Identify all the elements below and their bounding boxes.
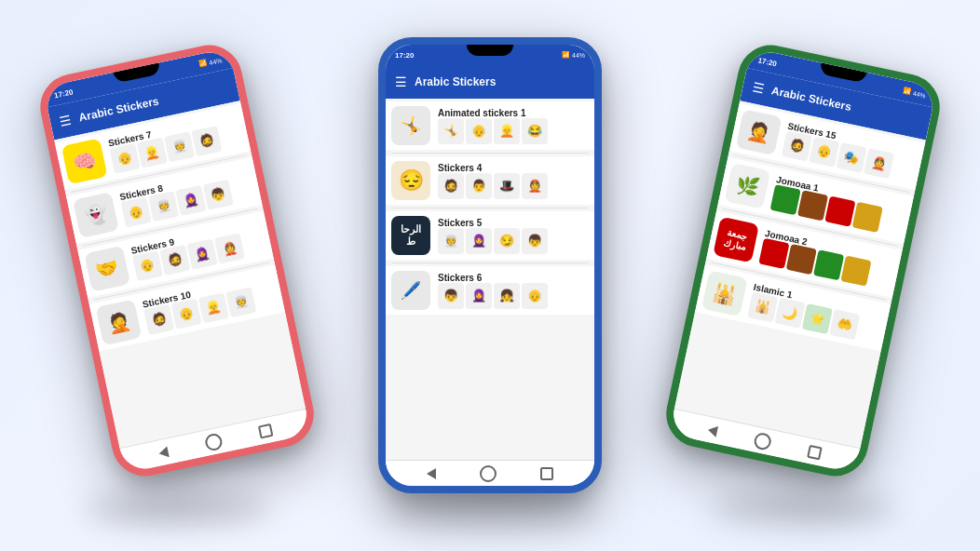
sticker-icon-6: 🖊️ [391, 271, 430, 310]
status-icons-center: 📶 44% [562, 51, 585, 59]
sticker-previews-5: 👳 🧕 😏 👦 [438, 228, 589, 254]
preview: ⭐ [802, 302, 833, 333]
hamburger-left[interactable]: ☰ [59, 112, 74, 128]
content-left: 🧠 Stickers 7 👴 👱 👳 🧔 👻 Stickers 8 [54, 101, 306, 448]
sticker-title-4: Stickers 4 [438, 163, 589, 173]
preview [797, 190, 828, 221]
status-icons-left: 📶 44% [198, 56, 223, 68]
preview [852, 201, 883, 232]
preview: 👦 [203, 179, 234, 209]
phone-center: 17:20 📶 44% ☰ Arabic Stickers 🤸 Animated… [378, 37, 602, 493]
preview: 👳 [148, 191, 179, 222]
sticker-icon-animated1: 🤸 [391, 106, 430, 145]
sticker-info-5: Stickers 5 👳 🧕 😏 👦 [434, 218, 589, 254]
content-right: 🤦 Stickers 15 🧔 👴 🎭 👲 🌿 Jomoaa 1 [674, 101, 926, 448]
preview: 👴 [132, 250, 163, 281]
sticker-info-4: Stickers 4 🧔 👨 🎩 👲 [434, 163, 589, 199]
notch-left [113, 62, 160, 83]
preview: 👴 [109, 142, 140, 173]
sticker-row-animated1[interactable]: 🤸 Animated stickers 1 🤸 👴 👱 😂 [386, 101, 594, 150]
preview [786, 244, 817, 275]
sticker-icon-15: 🤦 [736, 109, 783, 155]
sticker-title-5: Stickers 5 [438, 218, 589, 228]
hamburger-center[interactable]: ☰ [395, 74, 407, 89]
sticker-icon-islamic1: 🕌 [701, 270, 748, 316]
back-btn-center[interactable] [427, 468, 436, 479]
time-right: 17:20 [757, 56, 778, 68]
sticker-title-6: Stickers 6 [438, 273, 589, 283]
home-btn-right[interactable] [753, 431, 772, 450]
preview [758, 237, 789, 268]
preview: 👳 [438, 228, 464, 254]
shadow-left [84, 495, 270, 523]
sticker-info-6: Stickers 6 👦 🧕 👧 👴 [434, 273, 589, 309]
back-btn-right[interactable] [707, 423, 718, 437]
time-center: 17:20 [395, 51, 414, 60]
preview: 🤸 [438, 118, 464, 144]
preview: 😏 [494, 228, 520, 254]
sticker-info-animated1: Animated stickers 1 🤸 👴 👱 😂 [434, 108, 589, 144]
preview: 🧕 [466, 283, 492, 309]
recent-btn-left[interactable] [257, 423, 273, 438]
preview: 👨 [466, 173, 492, 199]
preview [824, 195, 855, 226]
preview: 👴 [466, 118, 492, 144]
preview: 🧕 [186, 238, 217, 269]
preview: 🧔 [191, 125, 222, 155]
preview: 👴 [170, 298, 201, 329]
preview: 🤲 [829, 309, 860, 340]
preview: 👱 [494, 118, 520, 144]
content-center: 🤸 Animated stickers 1 🤸 👴 👱 😂 😔 Stickers… [386, 99, 594, 460]
preview: 👱 [137, 137, 168, 168]
sticker-icon-10: 🤦 [96, 300, 143, 346]
home-btn-center[interactable] [480, 465, 497, 482]
notch-center [467, 45, 513, 56]
sticker-row-6[interactable]: 🖊️ Stickers 6 👦 🧕 👧 👴 [386, 266, 594, 315]
preview [813, 249, 844, 280]
preview: 🎩 [494, 173, 520, 199]
preview: 😂 [522, 118, 548, 144]
sticker-icon-jomoaa2: جمعةمبارك [713, 217, 759, 263]
sticker-icon-8: 👻 [73, 192, 119, 238]
sticker-row-5[interactable]: الرحاط Stickers 5 👳 🧕 😏 👦 [386, 211, 594, 260]
preview: 🧔 [438, 173, 464, 199]
preview [770, 184, 801, 215]
back-btn-left[interactable] [158, 446, 170, 459]
preview: 👦 [438, 283, 464, 309]
divider [391, 208, 589, 208]
preview: 🧕 [466, 228, 492, 254]
sticker-icon-4: 😔 [391, 161, 430, 200]
app-bar-center: ☰ Arabic Stickers [386, 65, 594, 99]
preview: 👲 [214, 233, 245, 263]
sticker-previews-animated1: 🤸 👴 👱 😂 [438, 118, 589, 144]
phones-container: 17:20 📶 44% ☰ Arabic Stickers 🧠 Stickers… [0, 0, 980, 551]
status-bar-center: 17:20 📶 44% [386, 45, 594, 65]
phone-right: 17:20 📶 44% ☰ Arabic Stickers 🤦 Stickers… [660, 39, 946, 482]
divider [391, 153, 589, 154]
preview: 🧕 [175, 184, 206, 215]
home-btn-left[interactable] [204, 432, 224, 451]
preview: 👴 [121, 196, 152, 227]
preview: 🕌 [747, 291, 778, 322]
sticker-previews-4: 🧔 👨 🎩 👲 [438, 173, 589, 199]
sticker-title-animated1: Animated stickers 1 [438, 108, 589, 118]
preview: 👴 [809, 136, 839, 167]
recent-btn-center[interactable] [540, 467, 553, 480]
status-icons-right: 📶 44% [902, 87, 926, 99]
hamburger-right[interactable]: ☰ [751, 79, 766, 96]
divider [391, 262, 589, 263]
preview [840, 255, 871, 286]
preview: 👱 [198, 292, 229, 323]
phone-left: 17:20 📶 44% ☰ Arabic Stickers 🧠 Stickers… [34, 39, 320, 482]
bottom-nav-center [386, 460, 594, 486]
recent-btn-right[interactable] [807, 444, 823, 460]
preview: 👧 [494, 283, 520, 309]
preview: 🧔 [143, 303, 174, 334]
preview: 👳 [225, 287, 256, 317]
sticker-row-4[interactable]: 😔 Stickers 4 🧔 👨 🎩 👲 [386, 156, 594, 205]
preview: 👦 [522, 228, 548, 254]
preview: 🌙 [774, 297, 805, 328]
preview: 🎭 [837, 141, 867, 172]
sticker-icon-7: 🧠 [61, 138, 108, 184]
preview: 🧔 [782, 130, 812, 161]
